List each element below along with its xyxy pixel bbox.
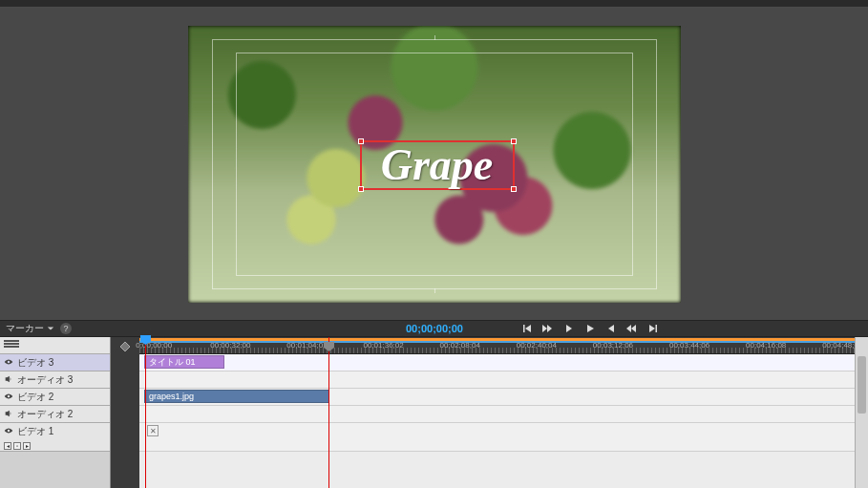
lane-video2[interactable]: grapes1.jpg [139, 389, 868, 406]
track-tool-2[interactable]: ▫ [13, 442, 21, 450]
title-edit-box[interactable]: Grape [360, 140, 515, 190]
track-label: オーディオ 2 [17, 408, 73, 421]
timeline-splitter[interactable] [111, 337, 139, 488]
track-lanes: タイトル 01 grapes1.jpg ✕ [139, 354, 868, 452]
ruler-tick-label: 00;03;12;06 [593, 341, 633, 350]
time-ruler[interactable]: 0;00;00;0000;00;32;0000;01;04;0200;01;36… [139, 337, 868, 354]
lane-video1[interactable]: ✕ [139, 423, 868, 452]
timeline-toolbar: マーカー ? 00;00;00;00 [0, 320, 868, 337]
track-header-audio2[interactable]: オーディオ 2 [0, 406, 110, 423]
window-top-bar [0, 0, 868, 8]
speaker-icon[interactable] [4, 409, 13, 420]
track-tool-buttons: ◂ ▫ ▸ [4, 442, 31, 450]
transport-controls [520, 322, 660, 335]
ruler-tick-label: 00;02;08;04 [440, 341, 480, 350]
lane-audio3[interactable] [139, 371, 868, 389]
lane-video3[interactable]: タイトル 01 [139, 354, 868, 371]
timeline-header-tools [0, 337, 110, 354]
ruler-tick-label: 00;01;04;02 [286, 341, 327, 350]
ruler-tick-label: 00;03;44;06 [669, 341, 709, 350]
marker-label: マーカー [6, 322, 44, 335]
step-back-button[interactable] [562, 322, 576, 335]
visibility-icon[interactable] [4, 357, 13, 369]
track-tool-1[interactable]: ◂ [4, 442, 11, 450]
speaker-icon[interactable] [4, 374, 13, 386]
prev-edit-button[interactable] [541, 322, 555, 335]
resize-handle-br[interactable] [511, 186, 517, 192]
track-label: ビデオ 3 [17, 356, 53, 370]
timeline-tracks-area[interactable]: 0;00;00;0000;00;32;0000;01;04;0200;01;36… [139, 337, 868, 488]
track-label: ビデオ 1 [17, 425, 53, 438]
current-timecode[interactable]: 00;00;00;00 [406, 323, 463, 334]
preview-panel: Grape [0, 8, 868, 320]
timeline-panel: ビデオ 3 オーディオ 3 ビデオ 2 オーディオ 2 ビデオ 1 ◂ ▫ ▸ [0, 337, 868, 488]
vertical-scrollbar[interactable] [855, 337, 868, 488]
track-label: ビデオ 2 [17, 391, 53, 404]
delete-clip-icon[interactable]: ✕ [147, 425, 159, 436]
step-forward-button[interactable] [604, 322, 618, 335]
resize-handle-tr[interactable] [511, 138, 517, 144]
ruler-tick-label: 00;02;40;04 [517, 341, 557, 350]
visibility-icon[interactable] [4, 392, 13, 403]
resize-handle-bl[interactable] [358, 186, 364, 192]
track-header-video2[interactable]: ビデオ 2 [0, 389, 110, 406]
goto-start-button[interactable] [520, 322, 534, 335]
track-header-video1[interactable]: ビデオ 1 ◂ ▫ ▸ [0, 423, 110, 452]
clip-title[interactable]: タイトル 01 [144, 355, 224, 369]
snap-toggle-icon[interactable] [4, 340, 19, 351]
marker-dropdown[interactable]: マーカー [6, 322, 54, 335]
preview-monitor[interactable]: Grape [188, 26, 681, 303]
ruler-tick-label: 00;04;16;08 [746, 341, 786, 350]
next-edit-button[interactable] [625, 322, 639, 335]
track-label: オーディオ 3 [17, 373, 73, 387]
track-tool-3[interactable]: ▸ [23, 442, 31, 450]
add-keyframe-icon [116, 340, 134, 353]
goto-end-button[interactable] [646, 322, 660, 335]
ruler-tick-label: 0;00;00;00 [136, 341, 172, 350]
lane-audio2[interactable] [139, 406, 868, 423]
visibility-icon[interactable] [4, 426, 13, 437]
resize-handle-tl[interactable] [358, 138, 364, 144]
edit-line[interactable] [328, 337, 329, 488]
scrollbar-thumb[interactable] [857, 356, 866, 414]
playhead[interactable] [145, 337, 146, 488]
help-button[interactable]: ? [60, 323, 72, 334]
track-header-column: ビデオ 3 オーディオ 3 ビデオ 2 オーディオ 2 ビデオ 1 ◂ ▫ ▸ [0, 337, 111, 488]
clip-grapes[interactable]: grapes1.jpg [144, 390, 329, 403]
title-text[interactable]: Grape [381, 139, 494, 190]
track-header-video3[interactable]: ビデオ 3 [0, 354, 110, 371]
chevron-down-icon [47, 325, 54, 332]
track-header-audio3[interactable]: オーディオ 3 [0, 371, 110, 389]
play-button[interactable] [583, 322, 597, 335]
ruler-tick-label: 00;00;32;00 [210, 341, 250, 350]
ruler-tick-label: 00;01;36;02 [363, 341, 403, 350]
